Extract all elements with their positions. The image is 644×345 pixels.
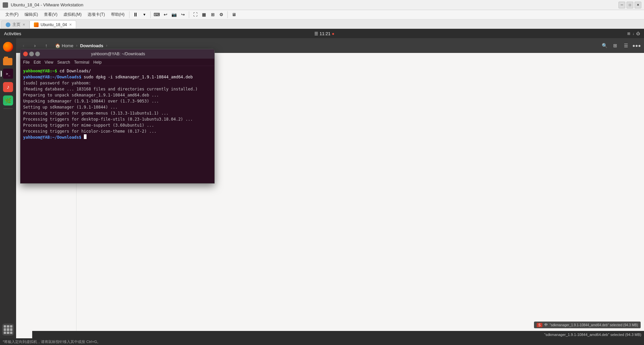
toolbar-send-ctrl-alt[interactable]: ⌨ — [153, 11, 161, 19]
menu-view[interactable]: 查看(V) — [41, 11, 60, 18]
tab-home-close[interactable]: ✕ — [22, 23, 25, 26]
dock-item-files[interactable] — [2, 54, 14, 66]
terminal-maximize-btn[interactable] — [35, 52, 40, 56]
menu-tabs[interactable]: 选项卡(T) — [85, 11, 107, 18]
terminal-output: Processing triggers for desktop-file-uti… — [23, 116, 193, 122]
toolbar-full-screen[interactable]: ⛶ — [191, 11, 199, 19]
menu-help[interactable]: 帮助(H) — [108, 11, 127, 18]
csdn-badge-text: 中 — [544, 323, 548, 327]
terminal-minimize-btn[interactable] — [29, 52, 34, 56]
tab-ubuntu[interactable]: Ubuntu_18_04 ✕ — [30, 20, 76, 28]
terminal-output: Processing triggers for hicolor-icon-the… — [23, 128, 156, 134]
terminal-menu-terminal[interactable]: Terminal — [74, 60, 89, 65]
terminal-menubar: File Edit View Search Terminal Help — [20, 59, 214, 66]
network-indicator[interactable]: ⊞ — [627, 31, 630, 36]
toolbar-prefs[interactable]: ⚙ — [217, 11, 225, 19]
power-indicator[interactable]: ⏻ — [636, 31, 640, 36]
terminal-line: yahboom@YAB:~/Downloads$ — [23, 134, 212, 140]
close-window-button[interactable]: ✕ — [635, 2, 641, 8]
tab-home[interactable]: 主页 ✕ — [1, 20, 30, 28]
tab-home-icon — [6, 22, 10, 27]
toolbar-power-btn[interactable]: ⏸ — [131, 11, 140, 19]
terminal-output: Processing triggers for mime-support (3.… — [23, 122, 154, 128]
toolbar-switch-view[interactable]: 🖥 — [230, 11, 238, 19]
terminal-line: Processing triggers for hicolor-icon-the… — [23, 128, 212, 134]
dock-item-firefox[interactable] — [2, 41, 14, 53]
terminal-line: Processing triggers for desktop-file-uti… — [23, 116, 212, 122]
home-icon: 🏠 — [55, 43, 60, 48]
csdn-s-badge: S — [537, 323, 542, 327]
maximize-button[interactable]: □ — [627, 2, 633, 8]
toolbar-dropdown[interactable]: ▼ — [140, 11, 148, 19]
terminal-output: Preparing to unpack sdkmanager_1.9.1-108… — [23, 92, 159, 98]
music-icon: ♪ — [3, 82, 13, 92]
terminal-menu-help[interactable]: Help — [93, 60, 102, 65]
vmware-icon — [3, 2, 8, 8]
list-view-button[interactable]: ☰ — [621, 41, 631, 50]
volume-indicator[interactable]: ↓ — [632, 31, 634, 36]
terminal-body[interactable]: yahboom@YAB:~$ cd Downloads/ yahboom@YAB… — [20, 66, 214, 183]
dock-item-photos[interactable]: 🌿 — [2, 94, 14, 107]
files-icon-body — [3, 58, 12, 65]
terminal-menu-search[interactable]: Search — [57, 60, 70, 65]
terminal-window[interactable]: yahboom@YAB: ~/Downloads File Edit View … — [20, 49, 215, 184]
vmware-title-text: Ubuntu_18_04 - VMware Workstation — [11, 2, 84, 7]
toolbar-separator-2 — [150, 11, 151, 18]
grid-dot — [7, 332, 9, 334]
vm-area: Activities ☰ 11:21 ● ⊞ ↓ ⏻ — [0, 29, 644, 345]
terminal-line: (Reading database ... 183168 files and d… — [23, 86, 212, 92]
nautilus-toolbar-right: 🔍 ⊞ ☰ ●●● — [600, 41, 641, 50]
vmware-status-hint: *将输入定向到虚拟机，请将鼠标指针移入其中或按 Ctrl+G。 — [3, 339, 101, 344]
terminal-menu-view[interactable]: View — [45, 60, 53, 65]
tab-ubuntu-close[interactable]: ✕ — [69, 23, 72, 26]
terminal-line: Processing triggers for mime-support (3.… — [23, 122, 212, 128]
path-downloads[interactable]: Downloads — [78, 42, 105, 50]
toolbar-unity[interactable]: ▦ — [200, 11, 208, 19]
terminal-menu-edit[interactable]: Edit — [34, 60, 41, 65]
dock-apps-button[interactable] — [2, 324, 14, 336]
minimize-button[interactable]: ─ — [619, 2, 625, 8]
terminal-line: [sudo] password for yahboom: — [23, 80, 212, 86]
status-right: "sdkmanager_1.9.1-10844_amd64.deb" selec… — [544, 333, 641, 337]
more-options-button[interactable]: ●●● — [632, 41, 641, 50]
menu-vm[interactable]: 虚拟机(M) — [61, 11, 84, 18]
terminal-title-text: yahboom@YAB: ~/Downloads — [40, 52, 196, 56]
terminal-line: yahboom@YAB:~/Downloads$ sudo dpkg -i sd… — [23, 74, 212, 80]
vmware-title-left: Ubuntu_18_04 - VMware Workstation — [3, 2, 84, 8]
path-home[interactable]: 🏠 Home — [53, 42, 75, 50]
dock-separator — [3, 109, 13, 109]
clock: ☰ 11:21 ● — [314, 31, 334, 36]
dock-item-music[interactable]: ♪ — [2, 81, 14, 93]
terminal-output: Unpacking sdkmanager (1.9.1-10844) over … — [23, 98, 159, 104]
activities-button[interactable]: Activities — [4, 31, 21, 36]
grid-dot — [4, 325, 6, 328]
tab-ubuntu-icon — [34, 22, 39, 27]
clock-time: 11:21 — [320, 31, 331, 36]
terminal-window-controls[interactable] — [23, 52, 40, 56]
toolbar-snapshot-prev[interactable]: ↩ — [161, 11, 169, 19]
vmware-window-controls[interactable]: ─ □ ✕ — [619, 2, 641, 8]
search-button[interactable]: 🔍 — [600, 41, 609, 50]
apps-grid-icon — [3, 325, 13, 335]
vmware-titlebar: Ubuntu_18_04 - VMware Workstation ─ □ ✕ — [0, 0, 644, 10]
terminal-line: yahboom@YAB:~$ cd Downloads/ — [23, 68, 212, 74]
terminal-menu-file[interactable]: File — [23, 60, 30, 65]
toolbar-snapshot[interactable]: 📷 — [170, 11, 178, 19]
grid-dot — [4, 332, 6, 334]
terminal-line: Preparing to unpack sdkmanager_1.9.1-108… — [23, 92, 212, 98]
nautilus-statusbar: "sdkmanager_1.9.1-10844_amd64.deb" selec… — [32, 331, 644, 338]
grid-dot — [10, 325, 12, 328]
terminal-close-btn[interactable] — [23, 52, 28, 56]
grid-dot — [7, 328, 9, 331]
terminal-cursor — [84, 134, 87, 139]
toolbar-autofit[interactable]: ⊞ — [209, 11, 217, 19]
menu-file[interactable]: 文件(F) — [3, 11, 21, 18]
menu-edit[interactable]: 编辑(E) — [22, 11, 41, 18]
dock-item-terminal[interactable]: >_ — [2, 68, 14, 80]
terminal-cmd-final — [81, 134, 84, 140]
view-options-button[interactable]: ⊞ — [610, 41, 620, 50]
path-chevron: › — [76, 43, 77, 48]
csdn-status-text: "sdkmanager_1.9.1-10844_amd64.deb" selec… — [550, 323, 638, 327]
toolbar-snapshot-next[interactable]: ↪ — [179, 11, 187, 19]
terminal-icon: >_ — [3, 69, 13, 79]
